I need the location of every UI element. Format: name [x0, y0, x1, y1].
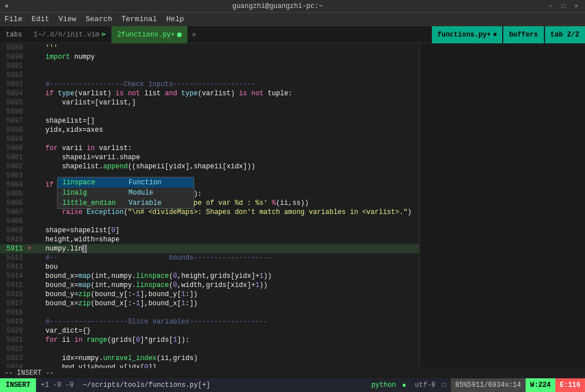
- bottom-bar: -- INSERT --: [0, 368, 585, 378]
- code-line: 5912 #-- bounds-------------------: [0, 253, 419, 262]
- autocomplete-item-linalg[interactable]: linalg Module: [58, 188, 194, 198]
- autocomplete-item-linspace[interactable]: linspace Function: [58, 177, 194, 188]
- menu-bar: File Edit View Search Terminal Help: [0, 13, 585, 26]
- code-line: 5889 ''': [0, 43, 419, 52]
- tab-init-vim[interactable]: 1 ~/.d/n/init.vim ⊳: [28, 26, 111, 43]
- mode-indicator: INSERT: [0, 378, 36, 392]
- code-line: 5920 var_dict={}: [0, 326, 419, 336]
- main-area: 5889 ''' 5890 import numpy 5891 5892: [0, 43, 585, 378]
- insert-mode-label: -- INSERT --: [5, 369, 54, 377]
- close-button[interactable]: ×: [572, 3, 580, 10]
- code-line: 5898 yidx,xidx=axes: [0, 126, 419, 135]
- code-line: 5893 #------------------Check inputs----…: [0, 80, 419, 89]
- code-line: 5892: [0, 71, 419, 80]
- code-line: 5915 bound_x=map(int,numpy.linspace(0,wi…: [0, 281, 419, 290]
- encoding-icon: □: [442, 381, 446, 389]
- autocomplete-item-little-endian[interactable]: little_endian Variable: [58, 198, 194, 208]
- code-line: 5918: [0, 308, 419, 317]
- right-tab-buffers[interactable]: buffers: [503, 26, 543, 43]
- code-line: 5896: [0, 107, 419, 116]
- code-line-current: 5911 + numpy.lin|: [0, 244, 419, 253]
- minimize-button[interactable]: −: [546, 3, 555, 10]
- code-line: 5910 height,width=shape: [0, 235, 419, 244]
- code-line: 5901 shapeii=varii.shape: [0, 153, 419, 162]
- code-line: 5900 for varii in varlist:: [0, 144, 419, 153]
- tab-bar: tabs 1 ~/.d/n/init.vim ⊳ 2 functions.py+…: [0, 26, 585, 43]
- maximize-button[interactable]: □: [559, 3, 568, 10]
- code-line: 5890 import numpy: [0, 52, 419, 62]
- column-indicator: W:224: [526, 378, 555, 392]
- code-line: 5919 #-------------------Slice variables…: [0, 317, 419, 326]
- tab-label-tabs: tabs: [0, 26, 28, 43]
- tab-close-button[interactable]: ✕: [187, 30, 201, 39]
- code-line: 5913 bou: [0, 262, 419, 272]
- code-line: 5916 bound_y=zip(bound_y[:-1],bound_y[1:…: [0, 290, 419, 299]
- title-bar: ● guangzhi@guangzhi-pc:~ − □ ×: [0, 0, 585, 13]
- right-tab-functions[interactable]: functions.py+ ■: [432, 26, 503, 43]
- code-line: 5897 shapelist=[]: [0, 116, 419, 126]
- code-line: 5891: [0, 62, 419, 71]
- right-tab-number: tab 2/2: [545, 26, 585, 43]
- file-path: ~/scripts/tools/functions.py[+]: [78, 381, 367, 389]
- code-line: 5894 if type(varlist) is not list and ty…: [0, 89, 419, 98]
- code-line: 5899: [0, 135, 419, 144]
- code-line: 5909 shape=shapelist[0]: [0, 226, 419, 235]
- autocomplete-popup[interactable]: linspace Function linalg Module little_e…: [57, 177, 194, 209]
- editor-pane[interactable]: 5889 ''' 5890 import numpy 5891 5892: [0, 43, 419, 378]
- code-area: 5889 ''' 5890 import numpy 5891 5892: [0, 43, 419, 372]
- code-line: 5902 shapelist.append((shapeii[yidx],sha…: [0, 162, 419, 171]
- code-line: 5917 bound_x=zip(bound_x[:-1],bound_x[1:…: [0, 299, 419, 308]
- code-line: 5895 varlist=[varlist,]: [0, 98, 419, 107]
- menu-terminal[interactable]: Terminal: [121, 15, 157, 23]
- error-indicator: E:116: [555, 378, 585, 392]
- code-line: 5907 raise Exception("\n# <divideMaps>: …: [0, 208, 419, 217]
- window-controls: − □ ×: [546, 3, 580, 10]
- language-indicator: python ■: [367, 381, 410, 389]
- menu-view[interactable]: View: [58, 15, 76, 23]
- menu-help[interactable]: Help: [166, 15, 184, 23]
- window-title: guangzhi@guangzhi-pc:~: [9, 2, 546, 10]
- encoding-indicator: utf-8 □: [410, 381, 450, 389]
- code-line: 5922: [0, 345, 419, 354]
- code-line: 5914 bound_x=map(int,numpy.linspace(0,he…: [0, 272, 419, 281]
- code-line: 5908: [0, 217, 419, 226]
- git-status: +1 -0 -0: [36, 381, 78, 389]
- right-tabs: functions.py+ ■ buffers tab 2/2: [432, 26, 585, 43]
- menu-file[interactable]: File: [5, 15, 22, 23]
- code-line: 5923 idx=numpy.unravel_index(ii,grids): [0, 354, 419, 363]
- menu-search[interactable]: Search: [86, 15, 113, 23]
- tab-modified-marker: [177, 33, 182, 37]
- menu-edit[interactable]: Edit: [31, 15, 49, 23]
- window-icon: ●: [5, 2, 9, 10]
- scroll-percent: 85% 5911/6934 ≡ :14: [451, 378, 526, 392]
- code-line: 5921 for ii in range(grids[0]*grids[1]):: [0, 336, 419, 345]
- lang-icon: ■: [402, 382, 406, 389]
- status-bar: INSERT +1 -0 -0 ~/scripts/tools/function…: [0, 378, 585, 392]
- tab-functions-py[interactable]: 2 functions.py+: [111, 26, 187, 43]
- right-panel: [419, 43, 585, 378]
